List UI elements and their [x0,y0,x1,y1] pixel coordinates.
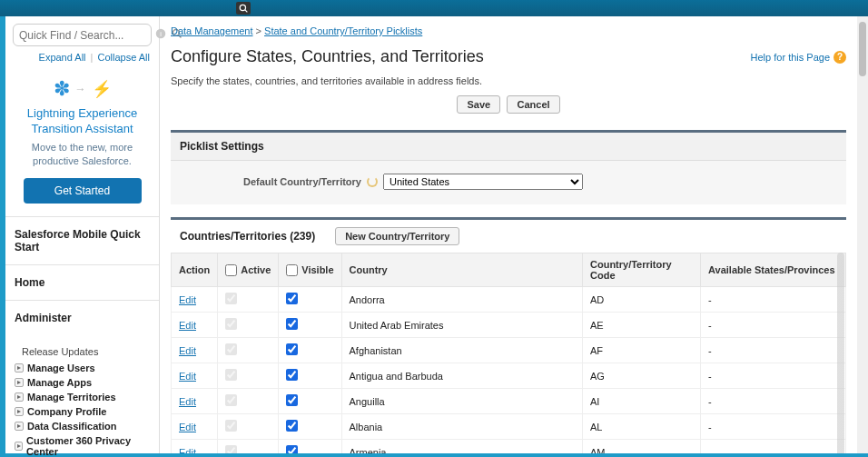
page-scrollbar[interactable] [857,16,868,453]
table-row: EditAfghanistanAF- [172,338,846,363]
country-name: Anguilla [341,389,582,414]
classic-icon: ✽ [54,77,70,101]
picklist-settings-header: Picklist Settings [171,133,846,161]
get-started-button[interactable]: Get Started [24,178,142,204]
col-visible: Visible [279,253,341,287]
tree-item-label: Manage Apps [27,377,92,388]
tree-item-manage-apps[interactable]: ▸Manage Apps [15,375,150,390]
new-country-button[interactable]: New Country/Territory [335,227,459,245]
available-states: - [701,287,846,313]
active-checkbox [225,394,237,406]
expand-icon[interactable]: ▸ [15,363,24,373]
table-row: EditArmeniaAM- [172,440,846,454]
expand-all-link[interactable]: Expand All [39,52,86,63]
expand-icon[interactable]: ▸ [15,442,23,451]
main-content: Data Management > State and Country/Terr… [160,16,863,453]
visible-checkbox[interactable] [286,318,298,330]
edit-link[interactable]: Edit [179,320,196,331]
collapse-all-link[interactable]: Collapse All [98,52,150,63]
tree-item-customer-360-privacy-center[interactable]: ▸Customer 360 Privacy Center [15,433,150,457]
tree-item-label: Company Profile [27,406,106,417]
country-code: AM [583,440,701,454]
page-subtitle: Specify the states, countries, and terri… [171,75,846,86]
table-scrollbar[interactable] [837,253,844,453]
promo-title: Lightning Experience Transition Assistan… [16,106,148,137]
visible-checkbox[interactable] [286,369,298,381]
svg-line-1 [245,10,248,13]
sidebar-item-mobile-quickstart[interactable]: Salesforce Mobile Quick Start [5,217,159,265]
available-states: - [701,440,846,454]
top-search-icon[interactable] [236,2,251,15]
country-name: Andorra [341,287,582,313]
breadcrumb-data-management[interactable]: Data Management [171,25,253,36]
table-row: EditAntigua and BarbudaAG- [172,363,846,389]
help-link[interactable]: Help for this Page ? [751,51,846,64]
countries-table: Action Active Visible Country Country/Te… [171,253,846,453]
help-link-label: Help for this Page [751,52,830,63]
breadcrumb: Data Management > State and Country/Terr… [171,25,846,36]
tree-item-manage-territories[interactable]: ▸Manage Territories [15,390,150,404]
sidebar-item-home[interactable]: Home [5,265,159,301]
col-action: Action [172,253,218,287]
picklist-settings-panel: Picklist Settings Default Country/Territ… [171,130,846,204]
country-name: Antigua and Barbuda [341,363,582,389]
expand-icon[interactable]: ▸ [15,378,24,387]
col-available: Available States/Provinces [701,253,846,287]
country-code: AI [583,389,701,414]
visible-checkbox[interactable] [286,394,298,406]
available-states: - [701,363,846,389]
visible-checkbox[interactable] [286,420,298,432]
country-code: AL [583,414,701,440]
country-code: AD [583,287,701,313]
active-checkbox [225,369,237,381]
table-row: EditAnguillaAI- [172,389,846,414]
available-states: - [701,313,846,338]
tree-item-company-profile[interactable]: ▸Company Profile [15,404,150,419]
promo-block: ✽ → ⚡ Lightning Experience Transition As… [5,68,159,217]
edit-link[interactable]: Edit [179,371,196,382]
edit-link[interactable]: Edit [179,345,196,356]
country-code: AG [583,363,701,389]
tree-item-label: Customer 360 Privacy Center [26,435,150,457]
country-name: Afghanistan [341,338,582,363]
default-country-label: Default Country/Territory [180,176,361,187]
edit-link[interactable]: Edit [179,422,196,432]
visible-checkbox[interactable] [286,343,298,355]
table-row: EditUnited Arab EmiratesAE- [172,313,846,338]
page-title: Configure States, Countries, and Territo… [171,47,484,66]
edit-link[interactable]: Edit [179,396,196,407]
active-checkbox [225,293,237,304]
help-icon: ? [833,51,846,64]
edit-link[interactable]: Edit [179,447,196,454]
country-name: Albania [341,414,582,440]
country-code: AF [583,338,701,363]
breadcrumb-picklists[interactable]: State and Country/Territory Picklists [264,25,422,36]
sidebar-item-administer[interactable]: Administer [5,301,159,335]
tree-item-manage-users[interactable]: ▸Manage Users [15,361,150,375]
visible-checkbox[interactable] [286,293,298,304]
quick-find-box[interactable]: i [13,24,152,46]
visible-checkbox[interactable] [286,445,298,453]
country-name: Armenia [341,440,582,454]
active-checkbox [225,420,237,432]
tree-heading-release-updates[interactable]: Release Updates [22,346,150,357]
save-button[interactable]: Save [457,95,500,114]
expand-icon[interactable]: ▸ [15,392,24,402]
quick-find-input[interactable] [19,29,155,42]
promo-subtitle: Move to the new, more productive Salesfo… [16,141,148,169]
tree-item-data-classification[interactable]: ▸Data Classification [15,419,150,433]
active-checkbox [225,318,237,330]
available-states: - [701,338,846,363]
expand-icon[interactable]: ▸ [15,407,24,416]
select-all-visible-checkbox[interactable] [286,264,298,276]
edit-link[interactable]: Edit [179,294,196,305]
countries-title: Countries/Territories (239) [180,230,315,243]
lightning-icon: ⚡ [92,79,112,99]
available-states: - [701,389,846,414]
expand-icon[interactable]: ▸ [15,422,24,431]
select-all-active-checkbox[interactable] [225,264,237,276]
cancel-button[interactable]: Cancel [507,95,559,114]
default-country-select[interactable]: United States [383,174,583,190]
country-name: United Arab Emirates [341,313,582,338]
tree-item-label: Data Classification [27,421,116,432]
